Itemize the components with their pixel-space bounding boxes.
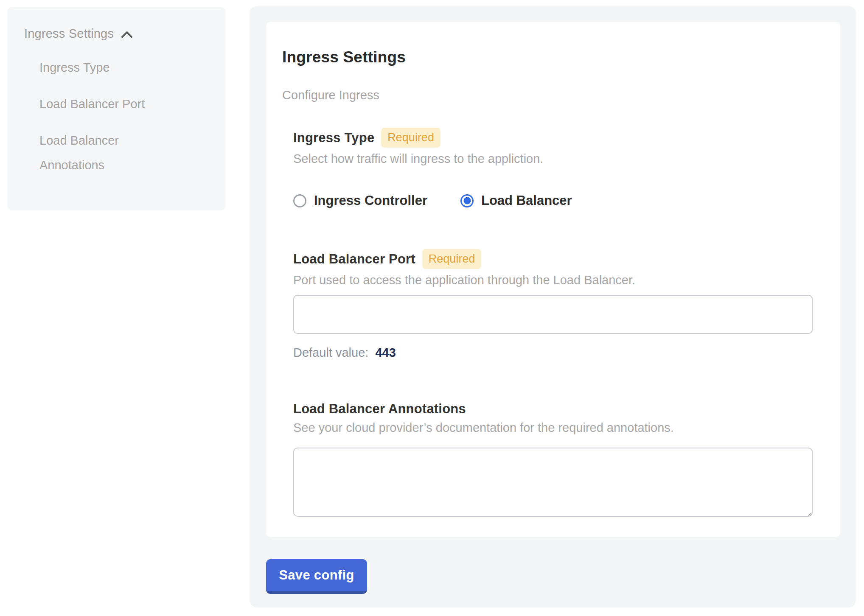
sidebar-item-load-balancer-annotations[interactable]: Load Balancer Annotations: [39, 128, 175, 177]
page-subtitle: Configure Ingress: [282, 88, 824, 102]
sidebar-nav: Ingress Type Load Balancer Port Load Bal…: [24, 55, 209, 177]
ingress-type-radio-group: Ingress Controller Load Balancer: [293, 193, 824, 208]
ingress-type-heading: Ingress Type: [293, 130, 374, 146]
sidebar-section-ingress-settings[interactable]: Ingress Settings: [24, 27, 209, 41]
default-value-label: Default value:: [293, 346, 368, 359]
required-badge: Required: [422, 249, 482, 269]
radio-selected-icon[interactable]: [460, 194, 474, 207]
load-balancer-annotations-heading: Load Balancer Annotations: [293, 401, 466, 417]
load-balancer-annotations-textarea[interactable]: [293, 448, 813, 517]
load-balancer-annotations-description: See your cloud provider’s documentation …: [293, 421, 824, 435]
save-config-button[interactable]: Save config: [266, 559, 367, 594]
load-balancer-annotations-section: Load Balancer Annotations See your cloud…: [293, 401, 824, 517]
ingress-type-section: Ingress Type Required Select how traffic…: [293, 128, 824, 208]
ingress-type-description: Select how traffic will ingress to the a…: [293, 152, 824, 166]
radio-unselected-icon[interactable]: [293, 194, 306, 207]
sidebar-item-ingress-type[interactable]: Ingress Type: [39, 55, 175, 80]
page-title: Ingress Settings: [282, 48, 824, 66]
required-badge: Required: [381, 128, 440, 148]
chevron-up-icon[interactable]: [121, 30, 133, 39]
ingress-settings-card: Ingress Settings Configure Ingress Ingre…: [266, 22, 840, 537]
load-balancer-port-section: Load Balancer Port Required Port used to…: [293, 249, 824, 360]
settings-panel: Ingress Settings Configure Ingress Ingre…: [250, 6, 856, 608]
default-value-line: Default value: 443: [293, 346, 824, 360]
load-balancer-port-input[interactable]: [293, 295, 813, 334]
default-value: 443: [375, 346, 396, 359]
settings-sidebar: Ingress Settings Ingress Type Load Balan…: [7, 7, 226, 210]
radio-option-load-balancer[interactable]: Load Balancer: [460, 193, 572, 208]
sidebar-section-title: Ingress Settings: [24, 27, 114, 41]
sidebar-item-load-balancer-port[interactable]: Load Balancer Port: [39, 92, 175, 116]
load-balancer-port-description: Port used to access the application thro…: [293, 273, 824, 287]
radio-option-ingress-controller[interactable]: Ingress Controller: [293, 193, 427, 208]
load-balancer-port-heading: Load Balancer Port: [293, 252, 415, 267]
